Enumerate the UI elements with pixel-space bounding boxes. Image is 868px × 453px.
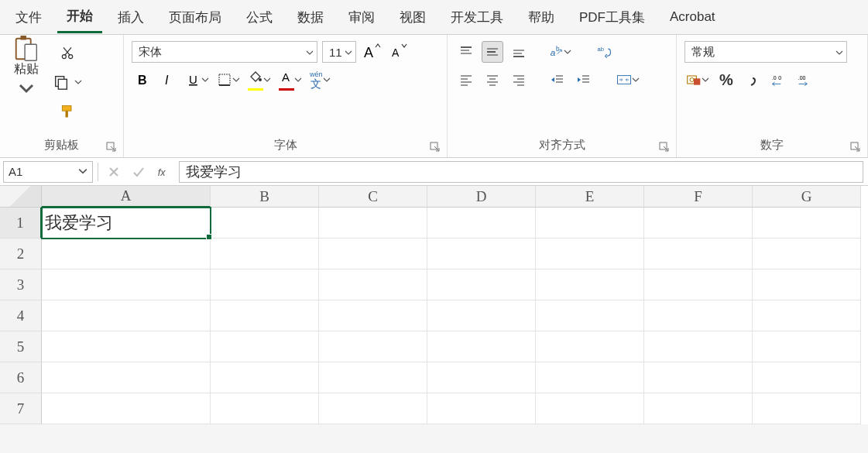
paste-dropdown[interactable]	[15, 77, 37, 99]
font-launcher[interactable]	[430, 142, 441, 153]
bold-button[interactable]: B	[132, 69, 153, 91]
cell-D1[interactable]	[427, 208, 536, 239]
menu-developer[interactable]: 开发工具	[441, 2, 513, 33]
insert-function-button[interactable]: fx	[153, 161, 174, 183]
formula-input[interactable]: 我爱学习	[179, 161, 863, 183]
cell-E5[interactable]	[536, 331, 644, 362]
fill-color-button[interactable]	[246, 69, 273, 91]
alignment-launcher[interactable]	[659, 142, 670, 153]
cell-E1[interactable]	[536, 208, 644, 239]
col-head-C[interactable]: C	[319, 186, 427, 208]
cell-B7[interactable]	[211, 393, 319, 424]
paste-button[interactable]	[10, 38, 43, 60]
cell-C2[interactable]	[319, 239, 427, 269]
cell-E3[interactable]	[536, 269, 644, 300]
select-all-corner[interactable]	[0, 186, 42, 208]
confirm-edit-button[interactable]	[128, 161, 149, 183]
cell-C7[interactable]	[319, 393, 427, 424]
menu-help[interactable]: 帮助	[519, 2, 564, 33]
increase-font-button[interactable]: A	[361, 41, 383, 63]
cell-B5[interactable]	[211, 331, 319, 362]
decrease-font-button[interactable]: A	[387, 41, 409, 63]
cell-F6[interactable]	[644, 362, 753, 393]
row-head-5[interactable]: 5	[0, 331, 42, 362]
cell-D4[interactable]	[427, 300, 536, 331]
menu-review[interactable]: 审阅	[339, 2, 384, 33]
col-head-G[interactable]: G	[753, 186, 861, 208]
menu-file[interactable]: 文件	[6, 2, 51, 33]
row-head-2[interactable]: 2	[0, 239, 42, 269]
menu-pdftools[interactable]: PDF工具集	[570, 2, 654, 33]
cell-G7[interactable]	[753, 393, 861, 424]
cell-F2[interactable]	[644, 239, 753, 269]
col-head-E[interactable]: E	[536, 186, 644, 208]
cancel-edit-button[interactable]	[103, 161, 125, 183]
cell-A3[interactable]	[42, 269, 211, 300]
cell-F7[interactable]	[644, 393, 753, 424]
cell-D3[interactable]	[427, 269, 536, 300]
border-button[interactable]	[215, 69, 242, 91]
menu-acrobat[interactable]: Acrobat	[660, 3, 725, 31]
menu-pagelayout[interactable]: 页面布局	[160, 2, 231, 33]
cell-A1[interactable]: 我爱学习	[42, 208, 211, 239]
cell-A7[interactable]	[42, 393, 211, 424]
align-top-button[interactable]	[455, 41, 477, 63]
orientation-button[interactable]: ab	[547, 41, 573, 63]
font-name-select[interactable]: 宋体	[132, 41, 317, 63]
cell-C6[interactable]	[319, 362, 427, 393]
underline-button[interactable]: U	[184, 69, 211, 91]
row-head-4[interactable]: 4	[0, 300, 42, 331]
cell-B3[interactable]	[211, 269, 319, 300]
cell-E2[interactable]	[536, 239, 644, 269]
menu-formulas[interactable]: 公式	[237, 2, 282, 33]
name-box[interactable]: A1	[3, 161, 93, 183]
font-color-button[interactable]: A	[277, 69, 304, 91]
comma-button[interactable]	[742, 69, 763, 91]
merge-center-button[interactable]	[615, 69, 641, 91]
percent-button[interactable]: %	[715, 69, 737, 91]
cell-A5[interactable]	[42, 331, 211, 362]
align-middle-button[interactable]	[482, 41, 503, 63]
cell-F1[interactable]	[644, 208, 753, 239]
cell-D2[interactable]	[427, 239, 536, 269]
cell-A4[interactable]	[42, 300, 211, 331]
cell-G1[interactable]	[753, 208, 861, 239]
cell-B2[interactable]	[211, 239, 319, 269]
align-right-button[interactable]	[508, 69, 530, 91]
row-head-7[interactable]: 7	[0, 393, 42, 424]
cell-F4[interactable]	[644, 300, 753, 331]
align-bottom-button[interactable]	[508, 41, 530, 63]
cell-C1[interactable]	[319, 208, 427, 239]
cell-B4[interactable]	[211, 300, 319, 331]
decrease-decimal-button[interactable]: .00	[794, 69, 816, 91]
increase-indent-button[interactable]	[573, 69, 595, 91]
align-left-button[interactable]	[455, 69, 477, 91]
cell-G5[interactable]	[753, 331, 861, 362]
cell-D5[interactable]	[427, 331, 536, 362]
row-head-6[interactable]: 6	[0, 362, 42, 393]
col-head-F[interactable]: F	[644, 186, 753, 208]
cell-G3[interactable]	[753, 269, 861, 300]
wrap-text-button[interactable]: ab	[593, 41, 615, 63]
align-center-button[interactable]	[482, 69, 503, 91]
cell-G4[interactable]	[753, 300, 861, 331]
cell-F5[interactable]	[644, 331, 753, 362]
menu-insert[interactable]: 插入	[108, 2, 153, 33]
cell-C3[interactable]	[319, 269, 427, 300]
clipboard-launcher[interactable]	[106, 142, 117, 153]
copy-button[interactable]	[53, 69, 82, 95]
cell-E4[interactable]	[536, 300, 644, 331]
row-head-1[interactable]: 1	[0, 208, 42, 239]
increase-decimal-button[interactable]: .00	[768, 69, 790, 91]
format-painter-button[interactable]	[53, 98, 82, 125]
cell-E6[interactable]	[536, 362, 644, 393]
cell-C4[interactable]	[319, 300, 427, 331]
cell-D7[interactable]	[427, 393, 536, 424]
menu-view[interactable]: 视图	[390, 2, 435, 33]
cut-button[interactable]	[53, 39, 82, 66]
col-head-D[interactable]: D	[427, 186, 536, 208]
cell-C5[interactable]	[319, 331, 427, 362]
decrease-indent-button[interactable]	[547, 69, 568, 91]
cell-G2[interactable]	[753, 239, 861, 269]
cell-D6[interactable]	[427, 362, 536, 393]
